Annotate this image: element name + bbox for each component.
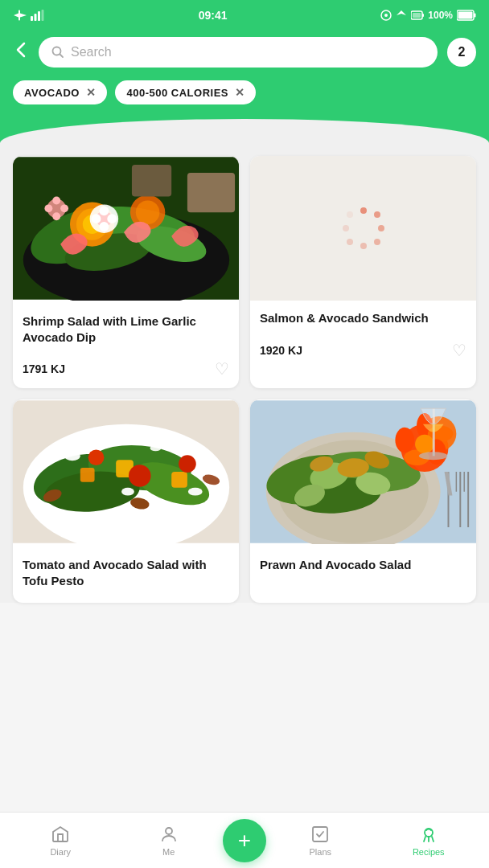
nav-add-button[interactable]: + xyxy=(223,819,266,862)
wave-divider xyxy=(0,119,489,143)
cart-badge[interactable]: 2 xyxy=(447,38,476,67)
status-bar: 09:41 100% xyxy=(0,0,489,29)
tomato-salad-info: Tomato and Avocado Salad with Tofu Pesto xyxy=(13,547,239,603)
filter-tags-container: AVOCADO ✕ 400-500 CALORIES ✕ xyxy=(0,80,489,119)
svg-point-57 xyxy=(88,449,105,465)
signal-icon xyxy=(31,10,45,21)
nav-add-icon: + xyxy=(238,828,251,854)
search-icon xyxy=(51,46,64,59)
screen-icon xyxy=(411,10,424,21)
nav-me-label: Me xyxy=(162,847,175,857)
recipe-card-salmon[interactable]: Salmon & Avocado Sandwich 1920 KJ ♡ xyxy=(250,156,476,388)
salmon-title: Salmon & Avocado Sandwich xyxy=(260,310,466,326)
svg-point-36 xyxy=(60,204,68,212)
salmon-info: Salmon & Avocado Sandwich xyxy=(250,301,476,341)
svg-rect-8 xyxy=(413,13,421,18)
plans-icon xyxy=(310,825,330,844)
recipes-icon xyxy=(419,825,438,844)
svg-point-61 xyxy=(188,488,203,496)
svg-rect-38 xyxy=(132,165,171,196)
status-time: 09:41 xyxy=(199,9,228,22)
svg-point-41 xyxy=(378,225,384,231)
recipe-card-tomato-salad[interactable]: Tomato and Avocado Salad with Tofu Pesto xyxy=(13,399,239,603)
svg-point-25 xyxy=(136,200,160,224)
svg-rect-9 xyxy=(422,14,424,17)
filter-calories[interactable]: 400-500 CALORIES ✕ xyxy=(115,80,256,104)
svg-point-44 xyxy=(347,239,353,245)
svg-rect-37 xyxy=(187,173,235,212)
loading-spinner xyxy=(339,204,388,252)
back-button[interactable] xyxy=(13,39,29,66)
shrimp-salad-image xyxy=(13,156,239,301)
bottom-nav: Diary Me + Plans Recipes xyxy=(0,812,489,868)
search-bar[interactable]: Search xyxy=(39,37,438,68)
shrimp-salad-kj: 1791 KJ xyxy=(23,362,65,375)
content-area: Shrimp Salad with Lime Garlic Avocado Di… xyxy=(0,143,489,667)
nav-recipes[interactable]: Recipes xyxy=(375,825,483,857)
prawn-salad-info: Prawn And Avocado Salad xyxy=(250,547,476,588)
svg-point-40 xyxy=(374,211,380,218)
svg-point-56 xyxy=(129,465,151,487)
svg-rect-3 xyxy=(42,10,44,21)
svg-point-58 xyxy=(179,455,196,473)
svg-point-59 xyxy=(64,451,80,461)
svg-point-60 xyxy=(121,488,134,496)
svg-point-30 xyxy=(92,214,101,223)
tomato-salad-title: Tomato and Avocado Salad with Tofu Pesto xyxy=(23,557,229,588)
recipe-grid: Shrimp Salad with Lime Garlic Avocado Di… xyxy=(0,143,489,603)
me-icon xyxy=(159,825,179,844)
battery-icon xyxy=(457,10,476,21)
status-right: 100% xyxy=(380,10,476,21)
svg-point-33 xyxy=(52,197,60,205)
svg-point-29 xyxy=(99,222,109,231)
back-chevron-icon xyxy=(16,42,26,58)
nav-me[interactable]: Me xyxy=(115,825,224,857)
svg-point-42 xyxy=(374,239,380,245)
svg-rect-1 xyxy=(35,14,37,21)
filter-avocado[interactable]: AVOCADO ✕ xyxy=(13,80,107,104)
shrimp-salad-title: Shrimp Salad with Lime Garlic Avocado Di… xyxy=(23,313,229,345)
tomato-salad-image xyxy=(13,399,239,544)
filter-avocado-label: AVOCADO xyxy=(24,87,80,99)
location-arrow-icon xyxy=(396,10,407,21)
nav-recipes-label: Recipes xyxy=(413,847,445,857)
salmon-image-loading xyxy=(250,156,476,301)
svg-point-28 xyxy=(99,206,109,215)
salmon-kj: 1920 KJ xyxy=(260,344,302,357)
svg-rect-94 xyxy=(313,827,327,841)
nav-diary[interactable]: Diary xyxy=(6,825,115,857)
nav-plans[interactable]: Plans xyxy=(266,825,375,857)
search-placeholder: Search xyxy=(71,45,112,59)
filter-calories-close[interactable]: ✕ xyxy=(235,86,245,99)
salmon-favorite[interactable]: ♡ xyxy=(452,341,466,360)
location-icon xyxy=(380,10,392,21)
svg-point-31 xyxy=(107,214,117,223)
svg-point-35 xyxy=(44,204,52,212)
svg-point-85 xyxy=(415,435,434,454)
shrimp-salad-info: Shrimp Salad with Lime Garlic Avocado Di… xyxy=(13,304,239,359)
recipe-card-shrimp-salad[interactable]: Shrimp Salad with Lime Garlic Avocado Di… xyxy=(13,156,239,388)
svg-rect-2 xyxy=(38,11,40,21)
filter-avocado-close[interactable]: ✕ xyxy=(86,86,97,99)
recipe-card-prawn-salad[interactable]: Prawn And Avocado Salad xyxy=(250,399,476,603)
shrimp-salad-favorite[interactable]: ♡ xyxy=(215,359,229,379)
svg-point-46 xyxy=(347,211,353,218)
svg-marker-6 xyxy=(397,10,406,15)
svg-point-93 xyxy=(166,828,172,834)
shrimp-salad-footer: 1791 KJ ♡ xyxy=(13,359,239,388)
salmon-footer: 1920 KJ ♡ xyxy=(250,341,476,370)
svg-point-62 xyxy=(150,444,162,451)
svg-rect-54 xyxy=(80,468,95,482)
svg-point-5 xyxy=(384,14,388,17)
diary-icon xyxy=(51,825,70,844)
airplane-icon xyxy=(13,10,27,21)
prawn-salad-image xyxy=(250,399,476,544)
battery-percent: 100% xyxy=(428,10,453,21)
svg-rect-0 xyxy=(31,16,33,21)
nav-diary-label: Diary xyxy=(50,847,71,857)
nav-plans-label: Plans xyxy=(309,847,331,857)
svg-rect-55 xyxy=(171,472,187,488)
prawn-salad-title: Prawn And Avocado Salad xyxy=(260,557,466,573)
svg-line-14 xyxy=(60,55,64,58)
svg-point-45 xyxy=(343,225,349,231)
